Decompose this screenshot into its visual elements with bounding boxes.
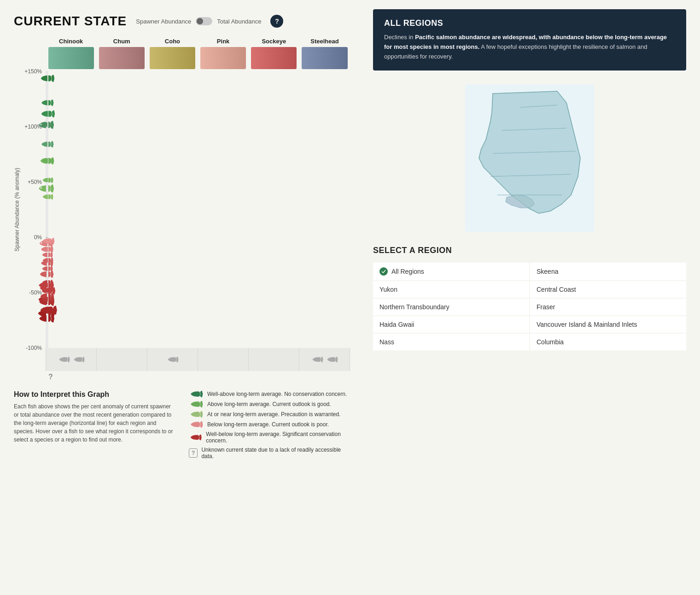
sockeye-image-cell	[249, 47, 299, 70]
region-label-fraser: Fraser	[537, 303, 555, 311]
region-item-yukon[interactable]: Yukon	[373, 281, 529, 298]
fish-pink-2[interactable]	[39, 99, 55, 106]
all-regions-title: ALL REGIONS	[384, 18, 675, 28]
page-title: CURRENT STATE	[14, 14, 127, 29]
fish-sockeye-4[interactable]	[40, 194, 55, 200]
sockeye-header-img	[251, 47, 297, 69]
legend-text-1: Well-above long-term average. No conserv…	[207, 391, 347, 397]
region-label-all: All Regions	[391, 268, 424, 275]
legend-fish-3	[189, 411, 204, 418]
species-header-steelhead[interactable]: Steelhead	[299, 38, 350, 47]
fish-unknown-chinook-2	[72, 356, 85, 363]
unknown-chum	[97, 348, 147, 371]
select-region-title: SELECT A REGION	[373, 246, 686, 255]
region-item-haida-gwaii[interactable]: Haida Gwaii	[373, 316, 529, 333]
fish-pink-4[interactable]	[39, 141, 55, 148]
region-item-fraser[interactable]: Fraser	[530, 299, 686, 315]
chart-wrapper: Chinook Chum Coho Pink Sockeye Steelhead	[23, 38, 350, 381]
grid-line-150	[46, 71, 48, 72]
region-item-all[interactable]: All Regions	[373, 263, 529, 280]
species-header-chum[interactable]: Chum	[96, 38, 147, 47]
fish-sockeye-8[interactable]	[40, 296, 55, 302]
fish-steelhead-3[interactable]	[38, 305, 58, 315]
toggle-left-label: Spawner Abundance	[136, 18, 191, 25]
region-grid: All Regions Skeena Yukon Central Coast N…	[373, 263, 686, 350]
fish-unknown-chinook-1	[58, 356, 70, 363]
region-label-northern-transboundary: Northern Transboundary	[379, 303, 449, 311]
region-label-vancouver-island: Vancouver Island & Mainland Inlets	[537, 321, 637, 328]
unknown-steelhead	[299, 348, 350, 371]
legend-item-4: Below long-term average. Current outlook…	[189, 421, 350, 428]
species-header-sockeye[interactable]: Sockeye	[249, 38, 299, 47]
legend-item-3: At or near long-term average. Precaution…	[189, 411, 350, 418]
region-item-central-coast[interactable]: Central Coast	[530, 281, 686, 298]
unknown-chinook	[46, 348, 97, 371]
fish-pink-7[interactable]	[40, 265, 54, 272]
chart-outer: Spawner Abundance (% anomaly) Chinook Ch…	[14, 38, 350, 381]
fish-steelhead-2[interactable]	[39, 287, 57, 295]
checkmark-icon	[381, 269, 386, 274]
region-label-skeena: Skeena	[537, 268, 558, 275]
region-item-northern-transboundary[interactable]: Northern Transboundary	[373, 299, 529, 315]
coho-image-cell	[147, 47, 198, 70]
interpret-title: How to Interpret this Graph	[14, 390, 175, 399]
chart-body: +150% +100% +50% 0% -50% -100%	[23, 71, 350, 348]
fish-pink-1[interactable]	[38, 74, 56, 82]
coho-header-img	[150, 47, 195, 69]
region-label-central-coast: Central Coast	[537, 286, 576, 293]
legend-text-3: At or near long-term average. Precaution…	[207, 411, 340, 418]
legend-unknown-icon: ?	[189, 448, 198, 458]
unknown-pink	[198, 348, 249, 371]
interpret-text: How to Interpret this Graph Each fish ab…	[14, 390, 175, 462]
species-header-coho[interactable]: Coho	[147, 38, 198, 47]
steelhead-column	[48, 71, 48, 348]
grid-line-50	[46, 182, 48, 183]
y-tick-150: +150%	[24, 68, 42, 75]
chinook-image-cell	[46, 47, 96, 70]
region-item-columbia[interactable]: Columbia	[530, 334, 686, 350]
unknown-mark: ?	[48, 373, 53, 381]
region-item-nass[interactable]: Nass	[373, 334, 529, 350]
abundance-toggle[interactable]	[196, 17, 212, 25]
unknown-question: ?	[46, 371, 350, 381]
fish-pink-3[interactable]	[39, 121, 55, 129]
help-button[interactable]: ?	[270, 15, 283, 28]
fish-sockeye-1[interactable]	[39, 110, 56, 118]
species-header-chinook[interactable]: Chinook	[46, 38, 96, 47]
left-panel: CURRENT STATE Spawner Abundance Total Ab…	[0, 0, 359, 595]
region-item-skeena[interactable]: Skeena	[530, 263, 686, 280]
legend-fish-4	[189, 421, 204, 428]
species-images	[46, 47, 350, 70]
region-label-nass: Nass	[379, 338, 394, 346]
region-item-vancouver-island[interactable]: Vancouver Island & Mainland Inlets	[530, 316, 686, 333]
legend-text-2: Above long-term average. Current outlook…	[207, 401, 331, 407]
map-container	[373, 80, 686, 236]
fish-unknown-coho-1	[166, 356, 179, 363]
all-regions-box: ALL REGIONS Declines in Pacific salmon a…	[373, 9, 686, 71]
fish-sockeye-2[interactable]	[39, 157, 56, 165]
unknown-sockeye	[249, 348, 299, 371]
region-selector: SELECT A REGION All Regions Skeena	[373, 246, 686, 350]
pink-header-img	[200, 47, 246, 69]
region-label-columbia: Columbia	[537, 338, 564, 346]
toggle-row: Spawner Abundance Total Abundance	[136, 17, 261, 25]
fish-chinook-2[interactable]	[36, 184, 55, 193]
species-header-pink[interactable]: Pink	[198, 38, 249, 47]
interpret-body: Each fish above shows the per cent anoma…	[14, 402, 175, 444]
grid-line-neg50	[46, 293, 48, 293]
fish-sockeye-5[interactable]	[40, 246, 55, 253]
columns-area	[46, 71, 48, 348]
fish-sockeye-6[interactable]	[40, 257, 55, 264]
bc-map[interactable]	[465, 84, 594, 232]
legend-fish-2	[189, 401, 204, 408]
steelhead-header-img	[302, 47, 347, 69]
right-panel: ALL REGIONS Declines in Pacific salmon a…	[359, 0, 700, 595]
y-tick-neg100: -100%	[26, 345, 42, 351]
fish-chum-4[interactable]	[37, 314, 55, 323]
unknown-coho	[147, 348, 198, 371]
region-label-yukon: Yukon	[379, 286, 397, 293]
fish-steelhead-1[interactable]	[40, 237, 56, 245]
region-check-all	[379, 267, 388, 276]
grid-line-100	[46, 127, 48, 127]
interpret-section: How to Interpret this Graph Each fish ab…	[14, 390, 350, 462]
